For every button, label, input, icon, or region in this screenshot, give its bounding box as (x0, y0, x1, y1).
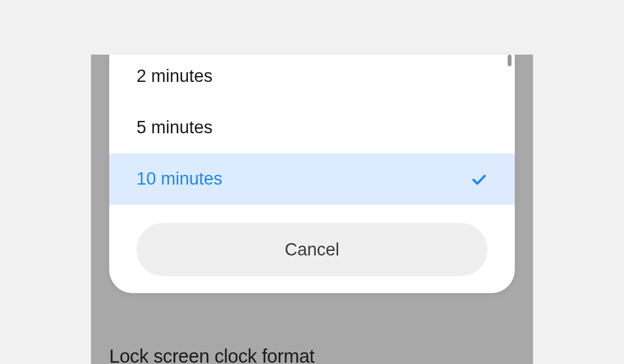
option-label: 2 minutes (136, 66, 213, 86)
option-10-minutes[interactable]: 10 minutes (109, 153, 515, 205)
scrollbar-thumb[interactable] (508, 55, 512, 66)
option-5-minutes[interactable]: 5 minutes (109, 102, 515, 153)
cancel-button[interactable]: Cancel (136, 223, 488, 276)
option-label: 10 minutes (136, 169, 222, 189)
option-2-minutes[interactable]: 2 minutes (109, 55, 515, 102)
next-setting-title: Lock screen clock format (109, 346, 315, 364)
timeout-picker-dialog: 2 minutes 5 minutes 10 minutes Cancel (109, 55, 515, 293)
phone-frame: 2 minutes 5 minutes 10 minutes Cancel Lo… (91, 55, 533, 364)
cancel-button-label: Cancel (285, 240, 339, 260)
option-label: 5 minutes (136, 118, 213, 138)
checkmark-icon (471, 171, 488, 188)
